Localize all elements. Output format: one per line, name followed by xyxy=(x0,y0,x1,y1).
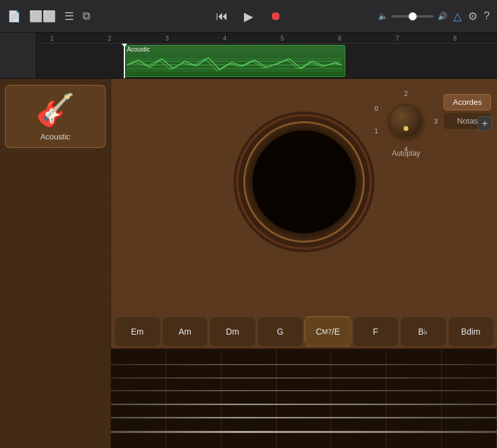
ruler-marks: 1 2 3 4 5 6 7 8 xyxy=(36,33,497,43)
string-5[interactable] xyxy=(111,417,497,418)
guitar-body xyxy=(111,91,497,273)
instrument-area: 🎸 Acoustic 2 3 4 0 1 Autoplay Acordes No… xyxy=(0,79,497,448)
playhead[interactable] xyxy=(124,44,125,78)
ruler-mark-5: 5 xyxy=(280,35,284,42)
chord-button-f[interactable]: F xyxy=(353,316,399,347)
instrument-panel: 🎸 Acoustic xyxy=(0,79,111,448)
chord-button-bb[interactable]: B♭ xyxy=(400,316,447,347)
list-icon[interactable]: ☰ xyxy=(64,10,74,23)
fretboard xyxy=(111,348,497,448)
ruler: 1 2 3 4 5 6 7 8 xyxy=(36,33,497,44)
chord-button-cm7e[interactable]: CM7/E xyxy=(305,316,351,347)
ruler-mark-7: 7 xyxy=(396,35,399,42)
chord-button-bdim[interactable]: Bdim xyxy=(448,316,495,347)
instrument-card[interactable]: 🎸 Acoustic xyxy=(5,85,106,148)
ruler-mark-1: 1 xyxy=(50,35,54,42)
soundhole-inner xyxy=(252,130,356,233)
instrument-icon: 🎸 xyxy=(36,92,75,129)
acoustic-clip[interactable]: Acoustic xyxy=(124,45,345,77)
toolbar-left: 📄 ⬜⬜ ☰ ⧉ xyxy=(7,10,206,23)
string-1[interactable] xyxy=(111,364,497,365)
volume-slider[interactable]: 🔈 🔊 xyxy=(378,12,447,21)
chord-row: Em Am Dm G CM7/E F B♭ Bdim xyxy=(111,315,497,348)
add-track-button-fixed[interactable]: + xyxy=(478,116,492,131)
ruler-mark-2: 2 xyxy=(108,35,112,42)
volume-thumb[interactable] xyxy=(408,12,417,21)
instrument-name: Acoustic xyxy=(40,132,70,141)
ruler-mark-8: 8 xyxy=(453,35,457,42)
metronome-icon[interactable]: △ xyxy=(453,10,462,23)
clip-label: Acoustic xyxy=(124,45,344,53)
volume-track[interactable] xyxy=(391,15,434,18)
toolbar-right: 🔈 🔊 △ ⚙ ? xyxy=(292,10,490,23)
string-2[interactable] xyxy=(111,378,497,378)
settings-icon[interactable]: ⚙ xyxy=(468,10,478,23)
volume-icon: 🔈 xyxy=(378,12,388,21)
timeline-area: 1 2 3 4 5 6 7 8 Acoustic xyxy=(0,33,497,78)
track-row: Acoustic xyxy=(36,44,497,78)
ruler-mark-3: 3 xyxy=(166,35,169,42)
chord-superscript: M7 xyxy=(322,327,332,335)
soundhole xyxy=(243,121,365,242)
top-bar: 📄 ⬜⬜ ☰ ⧉ ⏮ ▶ ⏺ 🔈 🔊 △ ⚙ ? xyxy=(0,0,497,79)
rewind-button[interactable]: ⏮ xyxy=(212,6,232,27)
string-3[interactable] xyxy=(111,390,497,391)
string-4[interactable] xyxy=(111,404,497,405)
ruler-mark-6: 6 xyxy=(338,35,342,42)
chord-button-g[interactable]: G xyxy=(257,316,304,347)
chord-button-em[interactable]: Em xyxy=(114,316,161,347)
string-6[interactable] xyxy=(111,431,497,433)
guitar-soundhole-container xyxy=(213,91,395,273)
timeline-ruler-area: 1 2 3 4 5 6 7 8 Acoustic xyxy=(36,33,497,78)
volume-max-icon: 🔊 xyxy=(438,12,447,21)
play-button[interactable]: ▶ xyxy=(238,6,259,27)
toolbar-center: ⏮ ▶ ⏺ xyxy=(212,6,286,27)
help-icon[interactable]: ? xyxy=(484,10,490,22)
ruler-mark-4: 4 xyxy=(223,35,226,42)
track-header-spacer xyxy=(0,33,36,78)
loop-icon[interactable]: ⬜⬜ xyxy=(29,10,56,23)
playhead-triangle xyxy=(121,44,128,47)
clip-waveform xyxy=(124,53,344,76)
strings xyxy=(111,349,497,448)
chord-button-am[interactable]: Am xyxy=(162,316,209,347)
record-button[interactable]: ⏺ xyxy=(265,6,286,27)
file-icon[interactable]: 📄 xyxy=(7,10,21,23)
chord-button-dm[interactable]: Dm xyxy=(209,316,256,347)
mixer-icon[interactable]: ⧉ xyxy=(83,10,90,22)
toolbar: 📄 ⬜⬜ ☰ ⧉ ⏮ ▶ ⏺ 🔈 🔊 △ ⚙ ? xyxy=(0,0,497,33)
